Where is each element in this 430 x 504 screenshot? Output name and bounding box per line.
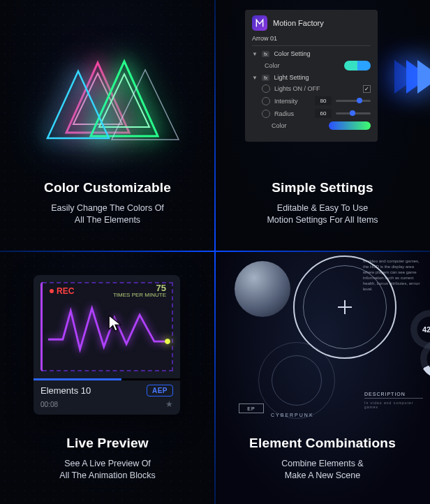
intensity-label: Intensity	[274, 98, 311, 105]
chevron-graphic	[410, 60, 430, 96]
section-label: Color Setting	[274, 50, 310, 57]
preview-duration: 00:08	[40, 401, 58, 408]
ep-strip: EP	[239, 403, 264, 413]
fx-badge: fx	[262, 75, 269, 81]
preview-item-name: Elements 10	[40, 385, 91, 396]
preview-card[interactable]: REC 75 TIMES PER MINUTE Elements 10 AEP	[34, 275, 180, 415]
card-title: Live Preview	[0, 436, 215, 451]
card-desc: See A Live Preview Of All The Animation …	[0, 458, 215, 482]
card-desc: Easily Change The Colors Of All The Elem…	[0, 202, 215, 226]
divider-horizontal	[0, 251, 430, 252]
aep-badge[interactable]: AEP	[147, 385, 173, 396]
motion-factory-logo-icon	[252, 15, 267, 31]
keyframe-button[interactable]	[262, 97, 270, 105]
cyberpunk-label: CYBERPUNK	[271, 413, 314, 417]
divider-vertical	[214, 0, 216, 504]
card-element-combinations: In video and computer games, the HUD is …	[215, 251, 430, 504]
keyframe-button[interactable]	[262, 84, 270, 93]
card-live-preview: REC 75 TIMES PER MINUTE Elements 10 AEP	[0, 251, 215, 504]
fx-badge: fx	[262, 51, 269, 57]
rec-indicator: REC	[50, 286, 74, 296]
crosshair-icon	[341, 303, 349, 311]
globe-icon	[235, 261, 290, 317]
hud-description-box: DESCRIPTION In video and computer games	[364, 392, 423, 409]
caret-down-icon: ▼	[252, 75, 258, 81]
section-color-setting[interactable]: ▼ fx Color Setting	[252, 50, 371, 57]
card-simple-settings: Motion Factory Arrow 01 ▼ fx Color Setti…	[215, 0, 430, 251]
color2-label: Color	[272, 122, 325, 129]
tpm-display: 75 TIMES PER MINUTE	[113, 285, 166, 299]
hex-ring	[258, 342, 335, 419]
lights-label: Lights ON / OFF	[274, 85, 359, 92]
card-desc: Combine Elements & Make A New Scene	[215, 458, 430, 482]
record-dot-icon	[50, 289, 54, 293]
preview-thumbnail[interactable]: REC 75 TIMES PER MINUTE	[40, 282, 173, 371]
svg-point-0	[165, 339, 170, 344]
panel-app-name: Motion Factory	[273, 19, 324, 27]
color-toggle[interactable]	[344, 61, 371, 71]
card-title: Simple Settings	[215, 180, 430, 195]
cursor-icon	[107, 314, 125, 336]
hud-text-block: In video and computer games, the HUD is …	[363, 258, 426, 292]
intensity-slider[interactable]	[336, 100, 371, 102]
radius-slider[interactable]	[336, 112, 371, 114]
section-light-setting[interactable]: ▼ fx Light Setting	[252, 74, 371, 81]
section-label: Light Setting	[274, 74, 309, 81]
keyframe-button[interactable]	[262, 110, 270, 118]
favorite-star-icon[interactable]: ★	[165, 399, 173, 409]
radius-label: Radius	[274, 110, 311, 117]
intensity-value[interactable]: 80	[315, 96, 332, 105]
card-title: Color Customizable	[0, 180, 215, 195]
gradient-color-picker[interactable]	[329, 121, 371, 130]
panel-item-name: Arrow 01	[252, 35, 371, 46]
card-title: Element Combinations	[215, 436, 430, 451]
card-color-customizable: Color Customizable Easily Change The Col…	[0, 0, 215, 251]
card-desc: Editable & Easy To Use Motion Settings F…	[215, 202, 430, 226]
caret-down-icon: ▼	[252, 51, 258, 57]
triangles-graphic	[35, 35, 181, 154]
color-label: Color	[265, 62, 340, 69]
radius-value[interactable]: 60	[315, 109, 332, 118]
settings-panel: Motion Factory Arrow 01 ▼ fx Color Setti…	[245, 10, 378, 142]
lights-checkbox[interactable]: ✓	[363, 85, 371, 93]
